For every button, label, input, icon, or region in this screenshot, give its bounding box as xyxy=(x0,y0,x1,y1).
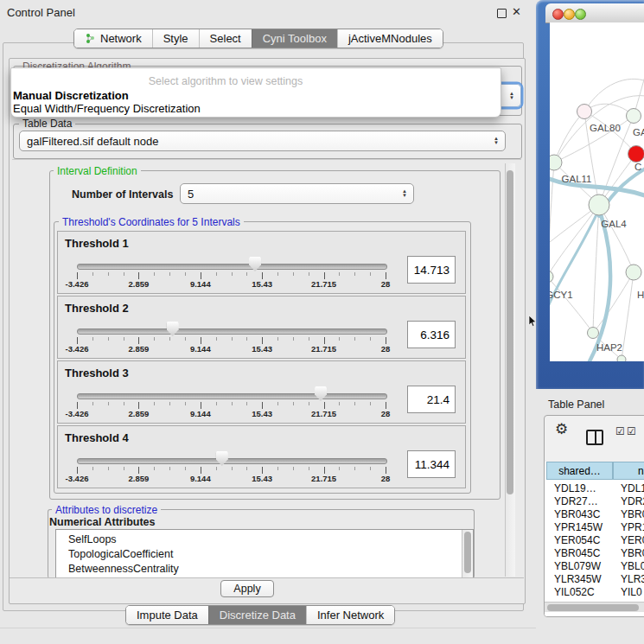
cell-shared-name: YPR145W xyxy=(554,521,603,534)
table-row[interactable]: YDL19…YDL1 xyxy=(545,482,644,495)
attribute-item[interactable]: BetweennessCentrality xyxy=(56,562,473,577)
tab-style[interactable]: Style xyxy=(152,29,199,48)
tab-jactivemnodules[interactable]: jActiveMNodules xyxy=(337,29,443,48)
network-edge[interactable] xyxy=(593,205,599,333)
close-panel-icon[interactable]: ✕ xyxy=(512,5,521,18)
network-view-window[interactable]: GAL80GACGAL11GAL4GCY1HHAP2 xyxy=(536,0,644,389)
tab-network[interactable]: Network xyxy=(74,29,152,48)
threshold-label: Threshold 2 xyxy=(65,302,129,315)
slider-track[interactable] xyxy=(77,458,387,464)
network-canvas[interactable]: GAL80GACGAL11GAL4GCY1HHAP2 xyxy=(550,22,644,361)
slider-track[interactable] xyxy=(77,328,387,335)
attributes-scrollbar-thumb[interactable] xyxy=(464,532,471,573)
interval-definition-title: Interval Definition xyxy=(54,165,141,177)
viewport-top-line xyxy=(12,159,521,160)
table-row[interactable]: YER054CYER0 xyxy=(545,534,644,547)
attributes-list[interactable]: SelfLoopsTopologicalCoefficientBetweenne… xyxy=(55,529,474,578)
threshold-value-input[interactable]: 21.4 xyxy=(407,386,456,413)
tab-infer-network[interactable]: Infer Network xyxy=(306,606,394,624)
cell-shared-name: YBR045C xyxy=(554,547,600,560)
columns-icon[interactable] xyxy=(586,430,603,445)
intervals-combo[interactable]: 5 ▲▼ xyxy=(180,183,414,204)
threshold-label: Threshold 3 xyxy=(65,367,129,379)
control-panel-tabbar: NetworkStyleSelectCyni ToolboxjActiveMNo… xyxy=(73,29,443,48)
network-edge[interactable] xyxy=(599,205,634,272)
attributes-group-title: Attributes to discretize xyxy=(52,504,161,516)
threshold-value-input[interactable]: 14.713 xyxy=(407,256,456,284)
table-row[interactable]: YBR043CYBR0 xyxy=(545,508,644,521)
network-window-titlebar[interactable] xyxy=(545,3,644,23)
tab-label: Discretize Data xyxy=(220,606,296,624)
cell-shared-name: YIL052C xyxy=(554,586,595,599)
checkbox-icon[interactable]: ☑ xyxy=(627,425,636,437)
network-node[interactable] xyxy=(627,109,641,124)
checkbox-icon[interactable]: ☑ xyxy=(615,425,625,437)
network-node[interactable] xyxy=(617,355,626,361)
table-hscrollbar-thumb[interactable] xyxy=(547,604,639,611)
tab-select[interactable]: Select xyxy=(199,29,252,48)
tab-label: Network xyxy=(100,29,142,48)
cell-name: YDR2 xyxy=(621,495,644,508)
node-table: shared… na YDL19…YDL1YDR27…YDR2YBR043CYB… xyxy=(545,462,644,616)
tab-discretize-data[interactable]: Discretize Data xyxy=(208,606,306,624)
attributes-scrollbar[interactable] xyxy=(462,530,473,577)
tab-cyni-toolbox[interactable]: Cyni Toolbox xyxy=(252,29,337,48)
threshold-label: Threshold 1 xyxy=(65,237,129,250)
minimize-window-icon[interactable] xyxy=(564,9,575,20)
network-edge[interactable] xyxy=(622,272,634,360)
network-edge[interactable] xyxy=(593,272,634,333)
network-edge[interactable] xyxy=(550,277,593,333)
numerical-attributes-label: Numerical Attributes xyxy=(49,516,155,528)
cell-name: YIL0 xyxy=(621,586,642,599)
network-node[interactable] xyxy=(588,328,599,339)
table-row[interactable]: YIL052CYIL0 xyxy=(545,586,644,599)
table-data-combo[interactable]: galFiltered.sif default node ▲▼ xyxy=(19,131,506,151)
cell-name: YLR3 xyxy=(621,573,644,586)
slider-track[interactable] xyxy=(77,264,387,270)
network-node-label: GA xyxy=(633,127,644,137)
table-hscrollbar[interactable] xyxy=(545,602,644,612)
tab-label: Cyni Toolbox xyxy=(263,29,327,48)
apply-button[interactable]: Apply xyxy=(220,580,274,597)
gear-icon[interactable]: ⚙ xyxy=(555,420,568,438)
network-graph: GAL80GACGAL11GAL4GCY1HHAP2 xyxy=(550,22,644,361)
network-node[interactable] xyxy=(628,146,644,163)
network-node[interactable] xyxy=(550,271,553,283)
table-row[interactable]: YPR145WYPR1 xyxy=(545,521,644,534)
float-panel-icon[interactable] xyxy=(497,9,507,18)
algorithm-option-manual-discretization[interactable]: Manual Discretization xyxy=(13,89,129,102)
table-row[interactable]: YBL079WYBL0 xyxy=(545,560,644,573)
threshold-panel: Threshold 3-3.4262.8599.14415.4321.71528… xyxy=(57,360,466,424)
column-header-shared-name[interactable]: shared… xyxy=(546,462,613,480)
table-row[interactable]: YBR045CYBR0 xyxy=(545,547,644,560)
close-window-icon[interactable] xyxy=(552,9,564,20)
slider-ticks xyxy=(77,466,386,474)
table-row[interactable]: YDR27…YDR2 xyxy=(545,495,644,508)
algorithm-option-equal-width-frequency-discretization[interactable]: Equal Width/Frequency Discretization xyxy=(13,102,201,115)
slider-track[interactable] xyxy=(77,393,387,399)
settings-scrollbar-thumb[interactable] xyxy=(507,170,513,494)
network-edge[interactable] xyxy=(584,79,644,112)
column-header-name[interactable]: na xyxy=(613,462,644,480)
cell-name: YBL0 xyxy=(621,560,644,573)
cell-name: YBR0 xyxy=(621,508,644,521)
attribute-item[interactable]: SelfLoops xyxy=(56,532,473,547)
settings-scrollbar[interactable] xyxy=(505,163,515,577)
network-node[interactable] xyxy=(577,105,592,119)
zoom-window-icon[interactable] xyxy=(575,9,586,20)
attribute-item[interactable]: TopologicalCoefficient xyxy=(56,547,473,562)
tab-impute-data[interactable]: Impute Data xyxy=(126,606,208,624)
threshold-value-input[interactable]: 6.316 xyxy=(407,321,456,348)
cell-name: YBR0 xyxy=(621,547,644,560)
panel-title: Control Panel xyxy=(7,6,75,19)
threshold-panel: Threshold 2-3.4262.8599.14415.4321.71528… xyxy=(57,296,466,359)
network-edge[interactable] xyxy=(550,205,599,277)
application-root: Control Panel ✕ NetworkStyleSelectCyni T… xyxy=(0,0,644,644)
network-node-label: GAL80 xyxy=(590,123,621,133)
cell-name: YPR1 xyxy=(621,521,644,534)
table-row[interactable]: YLR345WYLR3 xyxy=(545,573,644,586)
network-node[interactable] xyxy=(589,194,609,215)
network-node[interactable] xyxy=(626,265,641,280)
network-node[interactable] xyxy=(550,155,562,170)
threshold-value-input[interactable]: 11.344 xyxy=(407,450,456,478)
